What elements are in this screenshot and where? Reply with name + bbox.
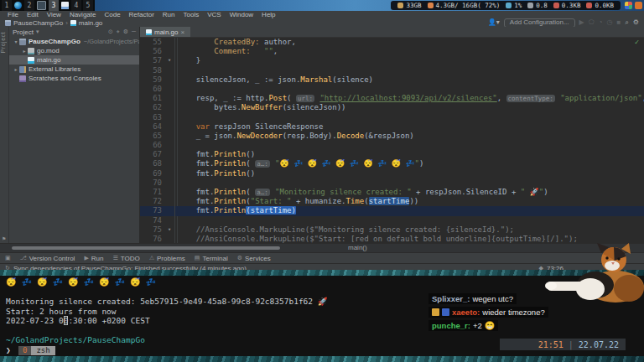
- go-file-icon: [70, 20, 76, 26]
- code-line-67[interactable]: 67 fmt.Println(): [140, 150, 644, 159]
- toolwindow-run[interactable]: ▶Run: [84, 255, 103, 262]
- fold-gutter: [164, 150, 175, 159]
- bookmark-icon[interactable]: ⚑: [2, 235, 6, 241]
- project-folder-icon: [5, 20, 11, 26]
- settings-icon[interactable]: ⚙: [633, 18, 639, 27]
- clock-overlay: 21:51 | 22.07.22: [500, 339, 626, 350]
- workspace-2[interactable]: 2: [24, 0, 34, 11]
- code-line-60[interactable]: 60: [140, 85, 644, 94]
- expand-icon[interactable]: ⌖: [117, 28, 120, 35]
- code-line-55[interactable]: 55 CreatedBy: author,: [140, 38, 644, 47]
- chevron-down-icon[interactable]: ▾: [36, 28, 39, 35]
- menu-navigate[interactable]: Navigate: [65, 11, 101, 18]
- menu-vcs[interactable]: VCS: [203, 11, 225, 18]
- editor[interactable]: main.go × ✓ 55 CreatedBy: author,56 Comm…: [140, 27, 644, 243]
- toolwindow-terminal[interactable]: ▤Terminal: [195, 255, 228, 262]
- tree-item-main-go[interactable]: main.go: [9, 55, 139, 65]
- file-icon: [61, 2, 69, 9]
- code-line-70[interactable]: 70: [140, 178, 644, 188]
- fold-icon[interactable]: ▾: [164, 56, 175, 65]
- code-line-61[interactable]: 61 resp, _ := http.Post( url: "http://lo…: [140, 94, 644, 103]
- toolwindow-problems[interactable]: ⚠Problems: [149, 255, 185, 262]
- line-number: 72: [140, 197, 164, 206]
- tmux-window-name[interactable]: zsh: [31, 346, 55, 355]
- code-line-59[interactable]: 59 silenceJson, _ := json.Marshal(silenc…: [140, 75, 644, 85]
- toolwindow-stripe: Project ⚑: [0, 27, 9, 243]
- workspace-3[interactable]: 3: [49, 0, 59, 11]
- code-line-56[interactable]: 56 Comment: "",: [140, 47, 644, 56]
- code-area[interactable]: 55 CreatedBy: author,56 Comment: "",57▾ …: [140, 38, 644, 243]
- menu-view[interactable]: View: [43, 11, 65, 18]
- code-line-text: fmt.Println("Start: " + humanize.Time(st…: [175, 197, 418, 206]
- line-number: 58: [140, 66, 164, 75]
- tree-arrow-icon[interactable]: ▸: [13, 66, 19, 72]
- menu-window[interactable]: Window: [226, 11, 257, 18]
- breadcrumb[interactable]: PauseChampGo › main.go: [5, 19, 102, 27]
- code-line-69[interactable]: 69 fmt.Println(): [140, 169, 644, 178]
- line-number: 55: [140, 38, 164, 47]
- code-line-64[interactable]: 64 var respJson SilenceResponse: [140, 122, 644, 132]
- stripe-project-button[interactable]: Project: [0, 32, 8, 53]
- chat-text: +2: [473, 321, 482, 330]
- close-tab-icon[interactable]: ×: [180, 28, 184, 36]
- menu-code[interactable]: Code: [100, 11, 124, 18]
- breadcrumb-project[interactable]: PauseChampGo: [13, 19, 63, 27]
- toolwindow-services[interactable]: ⚙Services: [237, 255, 271, 262]
- horizontal-scrollbar[interactable]: [12, 246, 280, 250]
- workspace-1[interactable]: 1: [2, 0, 12, 11]
- tree-arrow-icon[interactable]: ▸: [21, 48, 28, 54]
- user-icon[interactable]: 👤▾: [488, 18, 500, 27]
- code-line-65[interactable]: 65 _ = json.NewDecoder(resp.Body).Decode…: [140, 132, 644, 141]
- line-number: 76: [140, 235, 164, 243]
- code-line-63[interactable]: 63: [140, 113, 644, 122]
- tree-item-scratches-and-consoles[interactable]: Scratches and Consoles: [9, 74, 139, 83]
- code-line-74[interactable]: 74: [140, 216, 644, 225]
- code-line-73[interactable]: 73 fmt.Println(startTime): [140, 206, 644, 215]
- locate-icon[interactable]: ⊙: [108, 28, 113, 35]
- code-line-68[interactable]: 68 fmt.Println( a…: "😴 💤 😴 💤 😴 💤 😴 💤 😴 💤…: [140, 159, 644, 168]
- line-number: 63: [140, 113, 164, 122]
- code-line-58[interactable]: 58: [140, 66, 644, 75]
- menu-refactor[interactable]: Refactor: [125, 11, 158, 18]
- search-everywhere-icon[interactable]: ⌕: [625, 18, 628, 27]
- menu-edit[interactable]: Edit: [23, 11, 43, 18]
- code-line-57[interactable]: 57▾ }: [140, 56, 644, 65]
- code-line-62[interactable]: 62 bytes.NewBuffer(silenceJson)): [140, 103, 644, 112]
- menu-file[interactable]: File: [3, 11, 23, 18]
- workspace-switcher[interactable]: 12345: [0, 0, 95, 11]
- menu-help[interactable]: Help: [257, 11, 279, 18]
- tree-item-go-mod[interactable]: ▸go.mod: [9, 46, 139, 55]
- scope-breadcrumb[interactable]: main(): [348, 244, 367, 252]
- hide-icon[interactable]: ─: [132, 28, 136, 35]
- workspace-4[interactable]: 4: [71, 0, 81, 11]
- run-icon: ▶: [579, 18, 584, 27]
- toolwindow-stack-icon[interactable]: ▣: [5, 255, 11, 261]
- fold-icon[interactable]: ▾: [164, 225, 175, 235]
- tree-item-pausechampgo[interactable]: ▾PauseChampGo~/GolandProjects/PauseChamp…: [9, 37, 139, 46]
- menu-run[interactable]: Run: [158, 11, 179, 18]
- toolwindow-todo[interactable]: ☰TODO: [112, 255, 139, 262]
- settings-icon[interactable]: ⚙: [123, 28, 128, 35]
- code-line-72[interactable]: 72 fmt.Println("Start: " + humanize.Time…: [140, 197, 644, 206]
- stat-load: 0.8: [527, 2, 548, 9]
- code-line-75[interactable]: 75▾ //AnsiConsole.MarkupLine($"Monitorin…: [140, 225, 644, 235]
- fold-gutter: [164, 38, 175, 47]
- system-tray[interactable]: [625, 2, 642, 9]
- tab-main-go[interactable]: main.go ×: [140, 27, 190, 37]
- add-configuration-button[interactable]: Add Configuration...: [504, 18, 575, 28]
- toolwindow-version-control[interactable]: ⎇Version Control: [20, 255, 75, 262]
- workspace-5[interactable]: 5: [83, 0, 93, 11]
- menu-tools[interactable]: Tools: [179, 11, 204, 18]
- chat-badge-icon: [432, 308, 439, 316]
- code-line-76[interactable]: 76 //AnsiConsole.MarkupLine($"Start: [re…: [140, 235, 644, 243]
- tree-item-external-libraries[interactable]: ▸External Libraries: [9, 65, 139, 74]
- tree-arrow-icon[interactable]: ▾: [13, 39, 19, 44]
- project-panel-title: Project: [13, 28, 34, 36]
- tray-volume-icon[interactable]: [635, 2, 642, 9]
- code-line-71[interactable]: 71 fmt.Println( a…: "Monitoring silence …: [140, 188, 644, 197]
- tmux-window-index[interactable]: 0: [18, 346, 31, 355]
- tray-app-icon[interactable]: [625, 2, 632, 9]
- breadcrumb-file[interactable]: main.go: [79, 19, 102, 27]
- code-line-66[interactable]: 66: [140, 141, 644, 150]
- toolwindow-problems-icon: ⚠: [149, 255, 154, 261]
